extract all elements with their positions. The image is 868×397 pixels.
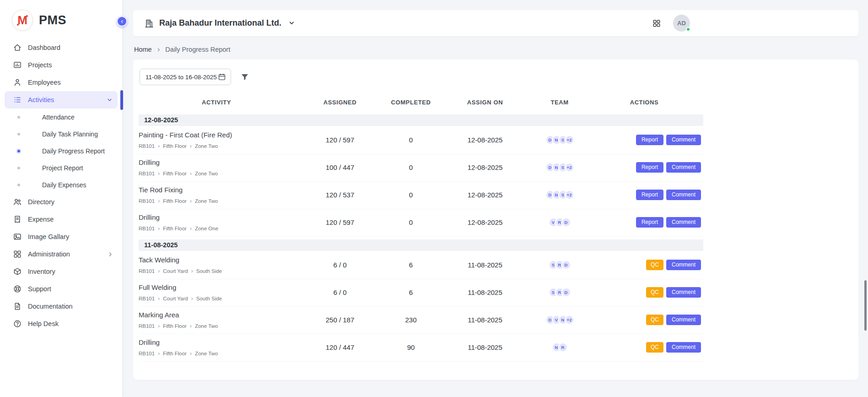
activity-path: RB101›Fifth Floor›Zone One <box>139 226 294 231</box>
comment-button[interactable]: Comment <box>666 342 701 353</box>
path-segment: Zone One <box>195 226 218 231</box>
assigned-value: 6 / 0 <box>294 288 386 296</box>
comment-button[interactable]: Comment <box>666 135 701 145</box>
comment-button[interactable]: Comment <box>666 162 701 173</box>
sidebar-item-inventory[interactable]: Inventory <box>0 263 122 280</box>
team-avatars: SRD <box>534 260 585 270</box>
activity-name: Marking Area <box>139 311 294 319</box>
path-segment: Fifth Floor <box>163 351 187 356</box>
sidebar-item-directory[interactable]: Directory <box>0 193 122 211</box>
date-range-input[interactable]: 11-08-2025 to 16-08-2025 <box>140 69 231 85</box>
scrollbar-thumb[interactable] <box>864 280 867 331</box>
path-segment: Zone Two <box>195 198 218 204</box>
assign-on-date: 11-08-2025 <box>436 343 534 351</box>
row-actions: QCComment <box>585 287 703 298</box>
chevron-right-icon: › <box>190 351 192 356</box>
path-segment: South Side <box>196 268 222 274</box>
bullet-icon <box>17 133 20 136</box>
comment-button[interactable]: Comment <box>666 287 701 298</box>
team-avatars: SRD <box>534 288 585 297</box>
assigned-value: 100 / 447 <box>294 163 386 171</box>
sidebar-item-documentation[interactable]: Documentation <box>0 298 122 315</box>
sidebar-item-label: Projects <box>28 61 52 69</box>
path-segment: Fifth Floor <box>163 323 187 329</box>
sidebar-item-expense[interactable]: Expense <box>0 211 122 228</box>
inventory-icon <box>13 267 22 276</box>
comment-button[interactable]: Comment <box>666 315 701 325</box>
path-segment: RB101 <box>139 226 155 231</box>
activity-name: Drilling <box>139 213 294 221</box>
sidebar-subitem-label: Project Report <box>42 164 83 172</box>
comment-button[interactable]: Comment <box>666 190 701 200</box>
qc-button[interactable]: QC <box>646 287 663 298</box>
assigned-value: 120 / 537 <box>294 191 386 199</box>
path-segment: RB101 <box>139 296 155 301</box>
sidebar-item-help-desk[interactable]: Help Desk <box>0 315 122 332</box>
sidebar-item-label: Documentation <box>28 303 73 310</box>
table-group-date: 11-08-2025 <box>139 239 703 251</box>
sidebar-item-employees[interactable]: Employees <box>0 74 122 91</box>
sidebar-item-label: Administration <box>28 250 70 258</box>
sidebar-subitem-label: Daily Task Planning <box>42 131 98 138</box>
sidebar-subitem-daily-progress-report[interactable]: Daily Progress Report <box>0 142 122 159</box>
apps-grid-icon[interactable] <box>652 19 661 28</box>
chevron-right-icon: › <box>190 323 192 329</box>
team-overflow-badge: +2 <box>565 190 574 200</box>
chevron-right-icon: › <box>191 268 193 274</box>
chevron-right-icon: › <box>190 143 192 149</box>
report-button[interactable]: Report <box>636 190 663 200</box>
chevron-right-icon: › <box>190 226 192 231</box>
path-segment: RB101 <box>139 198 155 204</box>
logo-letter: M <box>17 14 27 26</box>
team-overflow-badge: +2 <box>565 315 574 325</box>
bullet-icon <box>17 167 20 169</box>
sidebar-item-support[interactable]: Support <box>0 280 122 298</box>
activity-name: Drilling <box>139 338 294 346</box>
activity-name: Drilling <box>139 158 294 166</box>
assign-on-date: 12-08-2025 <box>436 163 534 171</box>
comment-button[interactable]: Comment <box>666 260 701 270</box>
qc-button[interactable]: QC <box>646 260 663 270</box>
sidebar-item-dashboard[interactable]: Dashboard <box>0 39 122 56</box>
calendar-icon <box>218 73 226 81</box>
team-avatar: D <box>561 288 571 297</box>
sidebar-item-administration[interactable]: Administration <box>0 245 122 263</box>
home-icon <box>13 43 22 52</box>
company-selector[interactable]: Raja Bahadur International Ltd. <box>144 18 296 28</box>
assign-on-date: 12-08-2025 <box>436 218 534 226</box>
report-button[interactable]: Report <box>636 162 663 173</box>
completed-value: 230 <box>386 316 436 324</box>
path-segment: South Side <box>196 296 222 301</box>
sidebar-subitem-label: Daily Progress Report <box>42 147 105 155</box>
sidebar-item-activities[interactable]: Activities <box>5 91 118 109</box>
table-group-date: 12-08-2025 <box>139 114 703 126</box>
activity-path: RB101›Court Yard›South Side <box>139 268 294 274</box>
team-avatars: NR <box>534 343 585 352</box>
comment-button[interactable]: Comment <box>666 217 701 228</box>
sidebar-subitem-attendance[interactable]: Attendance <box>0 109 122 125</box>
qc-button[interactable]: QC <box>646 342 663 353</box>
report-button[interactable]: Report <box>636 217 663 228</box>
sidebar-item-projects[interactable]: Projects <box>0 56 122 74</box>
sidebar-item-image-gallary[interactable]: Image Gallary <box>0 228 122 245</box>
row-actions: QCComment <box>585 315 703 325</box>
filter-icon[interactable] <box>240 72 249 82</box>
sidebar-subitem-daily-expenses[interactable]: Daily Expenses <box>0 176 122 193</box>
sidebar-subitem-daily-task-planning[interactable]: Daily Task Planning <box>0 125 122 142</box>
building-icon <box>144 18 154 28</box>
sidebar-subitem-project-report[interactable]: Project Report <box>0 159 122 176</box>
sidebar-collapse-button[interactable]: ‹ <box>117 16 127 27</box>
team-avatars: DNS+2 <box>534 135 585 145</box>
qc-button[interactable]: QC <box>646 315 663 325</box>
completed-value: 0 <box>386 191 436 199</box>
row-actions: QCComment <box>585 260 703 270</box>
sidebar-item-label: Support <box>28 285 51 293</box>
avatar[interactable]: AD <box>673 15 690 32</box>
app-title: PMS <box>39 13 66 27</box>
chevron-down-icon <box>106 97 113 103</box>
chevron-right-icon: › <box>158 171 160 176</box>
activity-name: Painting - First Coat (Fire Red) <box>139 131 294 139</box>
breadcrumb-home[interactable]: Home <box>134 46 152 53</box>
report-button[interactable]: Report <box>636 135 663 145</box>
topbar-right: AD <box>652 15 690 32</box>
